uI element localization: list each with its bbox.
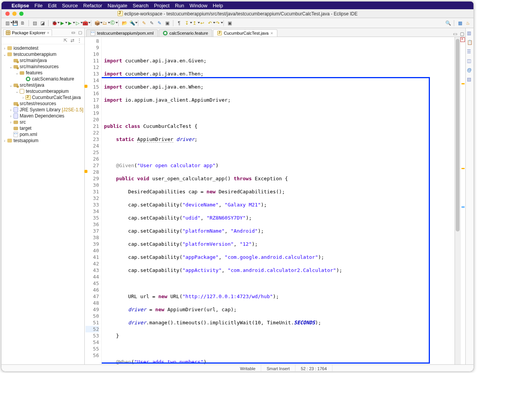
minimize-view-button[interactable]: ▭ [70, 30, 76, 35]
view-menu-button[interactable]: ⋮ [77, 38, 82, 43]
maven-dependencies[interactable]: Maven Dependencies [20, 113, 64, 119]
jre-system-library[interactable]: JRE System Library [J2SE-1.5] [20, 107, 83, 112]
collapse-icon[interactable]: ⌄ [8, 65, 13, 69]
package-explorer-tab[interactable]: Package Explorer × [3, 29, 52, 36]
menu-project[interactable]: Project [154, 3, 170, 8]
app-name[interactable]: Eclipse [12, 3, 29, 8]
minimize-editor-button[interactable]: ▭ [452, 31, 458, 37]
warning-marker-icon[interactable] [84, 85, 87, 88]
last-edit-location-button[interactable]: ↩ [199, 20, 206, 27]
overview-info-mark[interactable] [462, 206, 465, 208]
prev-annotation-button[interactable]: ↥ [191, 20, 198, 27]
menu-edit[interactable]: Edit [48, 3, 56, 8]
tab-cucumburcalctest[interactable]: CucumburCalcTest.java × [213, 29, 277, 37]
code-content[interactable]: import cucumber.api.java.en.Given; impor… [102, 37, 455, 364]
expand-icon[interactable]: › [8, 114, 13, 118]
new-class-button[interactable]: Ⓒ [109, 20, 116, 27]
collapse-icon[interactable]: ⌄ [8, 83, 13, 87]
outline-view-icon[interactable]: ☰ [467, 49, 472, 54]
menu-window[interactable]: Window [190, 3, 207, 8]
file-cucumburcalctest[interactable]: CucumburCalcTest.java [32, 95, 81, 100]
folder-src-main-java[interactable]: src/main/java [20, 58, 47, 63]
new-java-project-button[interactable]: 📦 [94, 20, 101, 27]
error-indicator-icon[interactable] [460, 37, 465, 42]
menu-navigate[interactable]: Navigate [107, 3, 127, 8]
project-testsappium[interactable]: testsappium [13, 138, 39, 143]
pin-editor-button[interactable]: ¶ [176, 20, 183, 27]
collapse-icon[interactable]: ⌄ [15, 71, 19, 75]
debug-button[interactable]: 🐞 [51, 20, 58, 27]
maximize-editor-button[interactable]: ▢ [459, 31, 465, 37]
menu-search[interactable]: Search [133, 3, 149, 8]
folder-src-main-resources[interactable]: src/main/resources [20, 64, 59, 69]
at-sign-icon[interactable]: @ [467, 67, 472, 73]
show-whitespace-button[interactable]: ▣ [164, 20, 171, 27]
menu-file[interactable]: File [35, 3, 43, 8]
folder-src[interactable]: src [20, 119, 26, 125]
back-button[interactable]: ↶ [206, 20, 213, 27]
collapse-icon[interactable]: ⌄ [15, 89, 19, 94]
project-tree[interactable]: ›iosdemotest ⌄testcucumberappium src/mai… [2, 44, 84, 364]
expand-icon[interactable]: › [2, 139, 7, 143]
maximize-view-button[interactable]: ▢ [77, 30, 83, 35]
run-last-button[interactable]: ▷ [74, 20, 81, 27]
expand-icon[interactable]: › [8, 108, 13, 112]
menu-refactor[interactable]: Refactor [83, 3, 102, 8]
coverage-button[interactable]: ▶ [66, 20, 73, 27]
line-gutter[interactable]: 8 9 10 11 12 13 14 15 16 17 18 19 20 21 … [85, 37, 102, 364]
window-titlebar: eclipse-workspace - testcucumberappium/s… [2, 9, 473, 18]
link-with-editor-button[interactable]: ⇄ [70, 38, 75, 43]
folder-src-test-resources[interactable]: src/test/resources [20, 101, 56, 106]
tab-pom-xml[interactable]: testcucumberappium/pom.xml [86, 29, 158, 37]
project-iosdemotest[interactable]: iosdemotest [13, 45, 39, 51]
run-button[interactable]: ▶ [59, 20, 65, 27]
toggle-block-selection-button[interactable]: ✎ [148, 20, 155, 27]
task-list-icon[interactable]: 📋 [467, 40, 472, 45]
file-calcscenario-feature[interactable]: calcScenario.feature [32, 76, 74, 82]
search-dropdown-button[interactable]: 🔦 [129, 20, 136, 27]
forward-button[interactable]: ↷ [214, 20, 221, 27]
menu-run[interactable]: Run [175, 3, 184, 8]
project-testcucumberappium[interactable]: testcucumberappium [13, 52, 56, 57]
toggle-mark-occurrences-button[interactable]: ◪ [39, 20, 46, 27]
expand-icon[interactable]: › [8, 120, 13, 124]
toggle-breadcrumb-button[interactable]: ▤ [31, 20, 38, 27]
folder-features[interactable]: features [26, 70, 42, 75]
new-button[interactable]: ▥ [4, 20, 11, 27]
tab-calcscenario-feature[interactable]: calcScenario.feature [159, 29, 212, 37]
code-editor[interactable]: 8 9 10 11 12 13 14 15 16 17 18 19 20 21 … [85, 37, 465, 364]
editor-vertical-scrollbar[interactable] [455, 37, 460, 364]
folder-src-test-java[interactable]: src/test/java [20, 82, 44, 88]
next-annotation-button[interactable]: ↧ [183, 20, 190, 27]
collapse-icon[interactable]: ⌄ [2, 52, 7, 57]
open-task-button[interactable]: ✎ [141, 20, 148, 27]
minimap-view-icon[interactable]: ◫ [467, 58, 472, 64]
quick-access-button[interactable]: 🔍 [445, 20, 451, 27]
bookmarks-icon[interactable]: ▤ [467, 77, 472, 82]
save-button[interactable]: 💾 [12, 20, 18, 27]
external-tools-button[interactable]: 🧰 [82, 20, 89, 27]
folder-target[interactable]: target [20, 126, 32, 131]
package-testcucumberappium[interactable]: testcucumberappium [26, 89, 69, 94]
menu-source[interactable]: Source [62, 3, 78, 8]
new-package-button[interactable]: 🗂 [101, 20, 108, 27]
overview-warning-mark[interactable] [462, 83, 465, 84]
expand-icon[interactable]: › [21, 96, 25, 100]
save-all-button[interactable]: 🗎 [19, 20, 26, 27]
overview-warning-mark[interactable] [462, 168, 465, 169]
close-tab-icon[interactable]: × [270, 31, 273, 35]
collapse-all-button[interactable]: ⇱ [63, 38, 68, 43]
terminal-button[interactable]: ▣ [226, 20, 233, 27]
open-perspective-button[interactable]: ▦ [456, 20, 463, 27]
warning-marker-icon[interactable] [84, 170, 87, 173]
toggle-word-wrap-button[interactable]: ✎ [156, 20, 163, 27]
restore-view-button[interactable]: ▥ [467, 30, 472, 36]
file-pom-xml[interactable]: pom.xml [20, 132, 37, 137]
overview-ruler[interactable] [460, 37, 465, 364]
java-perspective-button[interactable]: ♨ [464, 20, 471, 27]
menu-help[interactable]: Help [213, 3, 223, 8]
expand-icon[interactable]: › [2, 46, 7, 50]
close-icon[interactable]: × [47, 30, 49, 35]
scrollbar-thumb[interactable] [456, 39, 460, 231]
open-type-button[interactable]: 📂 [121, 20, 128, 27]
